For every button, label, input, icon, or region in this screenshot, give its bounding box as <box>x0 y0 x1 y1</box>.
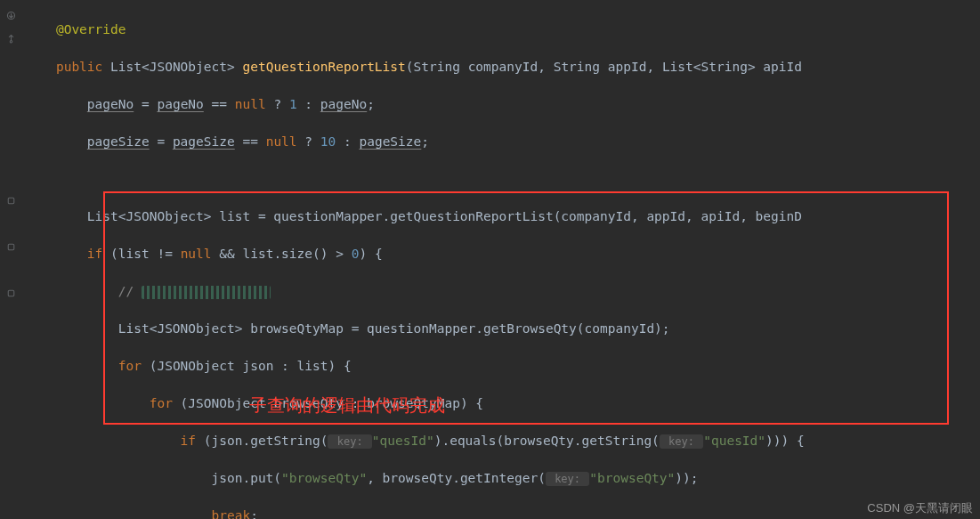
param-hint: key: <box>660 434 703 449</box>
watermark: CSDN @天黑请闭眼 <box>867 500 973 516</box>
code-line: List<JSONObject> list = questionMapper.g… <box>25 205 980 228</box>
gutter-marker-icon[interactable] <box>0 189 21 212</box>
code-line: break; <box>25 504 980 519</box>
svg-rect-4 <box>8 290 14 296</box>
code-line: pageSize = pageSize == null ? 10 : pageS… <box>25 130 980 153</box>
code-area[interactable]: @Override public List<JSONObject> getQue… <box>21 0 980 519</box>
implements-icon[interactable] <box>0 27 21 50</box>
code-line: pageNo = pageNo == null ? 1 : pageNo; <box>25 93 980 116</box>
code-line: for (JSONObject browseQty : browseQtyMap… <box>25 392 980 415</box>
code-line: for (JSONObject json : list) { <box>25 354 980 377</box>
code-line: @Override <box>25 18 980 41</box>
redacted-comment <box>142 286 271 299</box>
svg-rect-3 <box>8 244 14 250</box>
svg-point-1 <box>10 40 12 42</box>
annotation-label: 子查询的逻辑由代码完成 <box>249 393 445 418</box>
gutter-marker-icon[interactable] <box>0 235 21 258</box>
override-icon[interactable] <box>0 4 21 27</box>
code-line <box>25 167 980 191</box>
code-line: if (json.getString( key: "quesId").equal… <box>25 429 980 452</box>
gutter <box>0 0 21 519</box>
code-line: // <box>25 280 980 303</box>
param-hint: key: <box>546 472 589 486</box>
gutter-marker-icon[interactable] <box>0 281 21 304</box>
code-line: if (list != null && list.size() > 0) { <box>25 242 980 265</box>
code-line: json.put("browseQty", browseQty.getInteg… <box>25 466 980 490</box>
code-editor[interactable]: @Override public List<JSONObject> getQue… <box>0 0 980 519</box>
svg-rect-2 <box>8 198 14 204</box>
param-hint: key: <box>328 434 371 449</box>
code-line: public List<JSONObject> getQuestionRepor… <box>25 55 980 78</box>
code-line: List<JSONObject> browseQtyMap = question… <box>25 317 980 340</box>
